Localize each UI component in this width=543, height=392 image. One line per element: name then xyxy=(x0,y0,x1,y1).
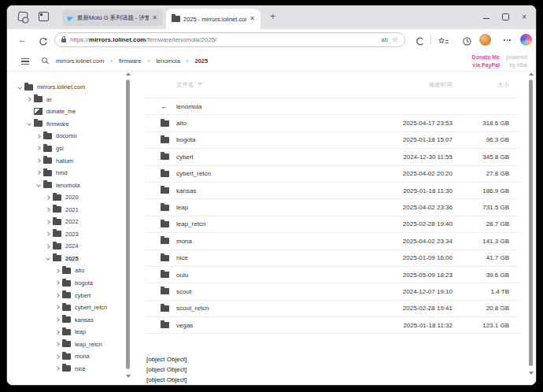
breadcrumb-item[interactable]: mirrors.lolinet.com xyxy=(56,57,104,65)
tree-item[interactable]: hmd xyxy=(7,167,125,179)
tree-item[interactable]: ar xyxy=(7,94,125,106)
scrollbar-thumb[interactable] xyxy=(529,80,533,366)
file-name[interactable]: nice xyxy=(176,254,334,261)
tree-caret-icon[interactable] xyxy=(53,318,62,321)
tree-caret-icon[interactable] xyxy=(53,305,62,309)
table-row[interactable]: nice 2025-01-09 16:00 41.7 GB xyxy=(146,250,520,266)
favorites-bar-icon[interactable] xyxy=(438,35,449,50)
tab-layout-icon[interactable] xyxy=(39,12,49,21)
tree-caret-icon[interactable] xyxy=(53,331,62,334)
column-header-size[interactable]: 大小 xyxy=(452,81,509,89)
table-row[interactable]: vegas 2025-01-18 11:32 123.1 GB xyxy=(146,316,520,333)
table-row[interactable]: leap 2025-04-02 23:36 731.5 GB xyxy=(146,198,520,215)
file-name[interactable]: vegas xyxy=(176,322,334,329)
file-name[interactable]: mona xyxy=(176,238,334,245)
favorite-star-icon[interactable]: ☆ xyxy=(392,36,398,43)
lock-icon[interactable] xyxy=(61,39,66,43)
tree-item[interactable]: 2024 xyxy=(7,240,125,253)
history-icon[interactable] xyxy=(462,35,472,50)
tree-item[interactable]: 2020 xyxy=(7,191,125,204)
tree-caret-icon[interactable] xyxy=(15,86,24,89)
breadcrumb-item[interactable]: lenomola xyxy=(156,57,179,65)
tree-caret-icon[interactable] xyxy=(53,269,62,272)
tree-item[interactable]: 2025 xyxy=(7,253,125,265)
tab-close-icon[interactable]: ✕ xyxy=(249,16,255,22)
table-row[interactable]: cybert 2024-12-30 11:55 345.8 GB xyxy=(146,148,520,165)
back-icon[interactable]: ← xyxy=(18,35,27,44)
tree-caret-icon[interactable] xyxy=(34,171,43,174)
extension-icon[interactable] xyxy=(415,35,425,50)
tree-caret-icon[interactable] xyxy=(43,245,53,248)
tree-item[interactable]: firmware xyxy=(7,118,125,131)
table-row[interactable]: aito 2025-04-17 23:53 318.6 GB xyxy=(146,114,520,131)
tree-caret-icon[interactable] xyxy=(34,135,43,138)
tree-caret-icon[interactable] xyxy=(53,367,62,370)
tree-caret-icon[interactable] xyxy=(43,208,53,211)
tree-item[interactable]: halium xyxy=(7,154,125,167)
column-header-name[interactable]: 文件名 xyxy=(176,81,334,89)
tree-item[interactable]: 2023 xyxy=(7,228,125,241)
tab-mirrors-active[interactable]: 2025 - mirrors.lolinet.com > f ✕ xyxy=(166,9,260,29)
table-row[interactable]: kansas 2025-01-18 11:30 186.9 GB xyxy=(146,182,520,198)
tree-caret-icon[interactable] xyxy=(53,281,62,284)
tree-caret-icon[interactable] xyxy=(53,355,62,358)
maximize-button[interactable] xyxy=(502,13,509,20)
translate-icon[interactable]: ab xyxy=(382,36,388,43)
file-name[interactable]: cybert_retcn xyxy=(176,170,334,177)
workspaces-icon[interactable] xyxy=(17,11,28,22)
breadcrumb-item[interactable]: firmware xyxy=(119,57,142,65)
address-bar[interactable]: https://mirrors.lolinet.com/firmware/len… xyxy=(54,32,405,47)
file-name[interactable]: scout xyxy=(176,288,334,295)
tree-item[interactable]: leap_retcn xyxy=(7,338,125,350)
table-row[interactable]: scout_retcn 2025-02-28 19:41 20.8 GB xyxy=(146,300,520,316)
sidebar-scrollbar[interactable] xyxy=(125,72,131,379)
url-text[interactable]: https://mirrors.lolinet.com/firmware/len… xyxy=(70,36,378,43)
breadcrumb-item[interactable]: 2025 xyxy=(194,57,208,65)
table-row[interactable]: mona 2025-04-02 23:34 141.3 GB xyxy=(146,232,520,249)
scrollbar-thumb[interactable] xyxy=(126,80,130,369)
tree-caret-icon[interactable] xyxy=(53,342,62,346)
tree-item[interactable]: gsi xyxy=(7,142,125,155)
tree-item[interactable]: mona xyxy=(7,350,125,363)
scroll-down-icon[interactable] xyxy=(529,372,534,375)
file-name[interactable]: cybert xyxy=(176,153,334,161)
refresh-icon[interactable] xyxy=(39,35,48,50)
file-name[interactable]: aito xyxy=(176,120,334,127)
table-row[interactable]: oulu 2025-05-09 18:23 39.6 GB xyxy=(146,266,520,283)
column-header-modified[interactable]: 修改时间 xyxy=(334,81,452,89)
close-button[interactable]: × xyxy=(522,14,526,20)
tree-caret-icon[interactable] xyxy=(24,122,34,125)
tree-caret-icon[interactable] xyxy=(34,183,43,187)
tree-item[interactable]: docomo xyxy=(7,130,125,142)
tree-caret-icon[interactable] xyxy=(24,98,34,101)
file-name[interactable]: leap_retcn xyxy=(176,220,334,227)
tree-item[interactable]: nice xyxy=(7,363,125,375)
more-menu-icon[interactable] xyxy=(504,39,511,41)
table-row[interactable]: bogota 2025-01-18 15:07 96.3 GB xyxy=(146,131,520,148)
tree-item[interactable]: 2022 xyxy=(7,216,125,228)
scroll-up-icon[interactable] xyxy=(529,72,534,76)
tree-caret-icon[interactable] xyxy=(43,232,53,235)
file-name[interactable]: bogota xyxy=(176,136,334,143)
tab-close-icon[interactable]: ✕ xyxy=(152,15,157,21)
search-icon[interactable] xyxy=(42,57,47,63)
file-name[interactable]: kansas xyxy=(176,187,334,194)
profile-avatar[interactable] xyxy=(479,34,491,46)
tree-caret-icon[interactable] xyxy=(43,257,53,260)
tree-caret-icon[interactable] xyxy=(34,159,43,162)
file-name[interactable]: scout_retcn xyxy=(176,305,334,312)
file-name[interactable]: oulu xyxy=(176,272,334,279)
tree-caret-icon[interactable] xyxy=(34,146,43,150)
tree-item[interactable]: mirrors.lolinet.com xyxy=(7,81,125,94)
main-scrollbar[interactable] xyxy=(528,72,534,375)
tree-item[interactable]: leap xyxy=(7,326,125,338)
donate-link[interactable]: Donate Me via PayPal xyxy=(472,54,500,69)
minimize-button[interactable] xyxy=(483,18,489,19)
tree-item[interactable]: 2021 xyxy=(7,203,125,216)
tree-item[interactable]: cybert xyxy=(7,289,125,301)
file-name[interactable]: leap xyxy=(176,204,334,211)
scroll-down-icon[interactable] xyxy=(126,375,131,378)
tree-caret-icon[interactable] xyxy=(43,220,53,224)
tree-item[interactable]: donate_me xyxy=(7,105,125,118)
new-tab-button[interactable]: + xyxy=(270,10,276,22)
